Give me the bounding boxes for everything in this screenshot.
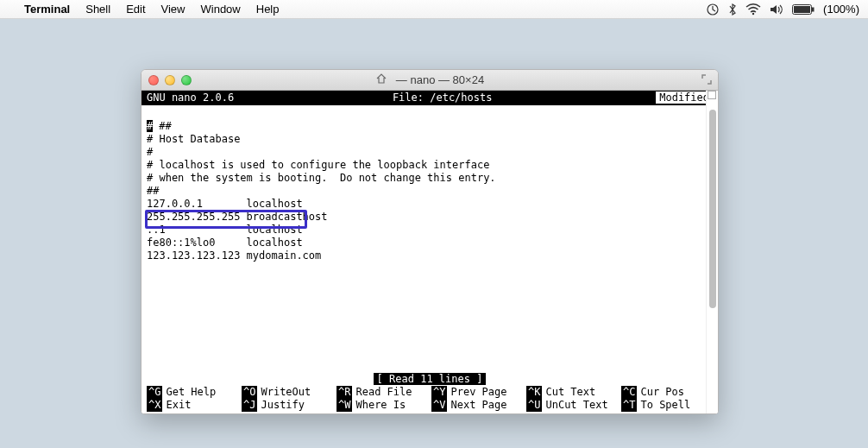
menubar-item-edit[interactable]: Edit (126, 3, 145, 16)
nano-line: 123.123.123.123 mydomain.com (147, 249, 321, 262)
nano-modified-flag: Modified (656, 91, 713, 104)
menubar-item-view[interactable]: View (161, 3, 186, 16)
bluetooth-icon[interactable] (728, 3, 737, 16)
scroll-marker-icon (708, 91, 716, 99)
nano-line: ::1 localhost (147, 224, 303, 236)
nano-line: # when the system is booting. Do not cha… (147, 172, 496, 184)
svg-point-1 (752, 12, 754, 14)
home-icon[interactable] (375, 73, 387, 87)
battery-icon[interactable] (792, 4, 815, 15)
battery-percent: (100%) (823, 3, 859, 16)
nano-help-item: ^KCut Text (526, 386, 618, 399)
zoom-button[interactable] (181, 75, 192, 85)
close-button[interactable] (148, 75, 159, 85)
cursor: # (147, 120, 153, 132)
nano-line: # Host Database (147, 133, 240, 145)
menubar-item-help[interactable]: Help (256, 3, 280, 16)
menubar: Terminal Shell Edit View Window Help (10… (0, 0, 868, 19)
nano-title-bar: GNU nano 2.0.6 File: /etc/hosts Modified (142, 91, 718, 105)
nano-body[interactable]: # ## # Host Database # # localhost is us… (142, 105, 718, 373)
nano-help-item: ^VNext Page (431, 399, 523, 412)
nano-line: # ## (147, 120, 172, 132)
nano-help-item: ^TTo Spell (621, 399, 713, 412)
nano-help-item: ^RRead File (337, 386, 428, 399)
menubar-app-name[interactable]: Terminal (24, 3, 70, 16)
timemachine-icon[interactable] (706, 3, 720, 16)
nano-help-item: ^YPrev Page (431, 386, 523, 399)
nano-help-item: ^OWriteOut (242, 386, 333, 399)
nano-status-bar: [ Read 11 lines ] (142, 373, 718, 386)
svg-rect-4 (812, 7, 815, 11)
nano-file-label: File: /etc/hosts (234, 91, 651, 104)
terminal-window: — nano — 80×24 GNU nano 2.0.6 File: /etc… (141, 69, 719, 414)
nano-line: # (147, 146, 153, 158)
window-titlebar[interactable]: — nano — 80×24 (142, 70, 718, 91)
nano-line: fe80::1%lo0 localhost (147, 237, 303, 249)
scrollbar[interactable] (706, 91, 718, 413)
scrollbar-thumb[interactable] (709, 110, 716, 308)
nano-help-item: ^GGet Help (147, 386, 238, 399)
svg-rect-3 (794, 6, 810, 13)
fullscreen-icon[interactable] (701, 73, 713, 88)
wifi-icon[interactable] (745, 3, 761, 16)
nano-help-item: ^UUnCut Text (526, 399, 618, 412)
nano-help-item: ^JJustify (242, 399, 333, 412)
nano-line: # localhost is used to configure the loo… (147, 159, 489, 171)
menubar-item-window[interactable]: Window (201, 3, 241, 16)
nano-line: 255.255.255.255 broadcasthost (147, 211, 328, 223)
minimize-button[interactable] (165, 75, 175, 85)
menubar-item-shell[interactable]: Shell (85, 3, 110, 16)
nano-help-item: ^WWhere Is (337, 399, 428, 412)
nano-help-bar: ^GGet Help ^OWriteOut ^RRead File ^YPrev… (142, 386, 718, 413)
nano-line: ## (147, 185, 159, 197)
nano-status-text: [ Read 11 lines ] (374, 373, 487, 385)
nano-line: 127.0.0.1 localhost (147, 198, 303, 210)
terminal-content[interactable]: GNU nano 2.0.6 File: /etc/hosts Modified… (142, 91, 718, 413)
volume-icon[interactable] (770, 3, 783, 16)
nano-version: GNU nano 2.0.6 (147, 91, 234, 104)
nano-help-item: ^CCur Pos (621, 386, 713, 399)
window-title: — nano — 80×24 (396, 73, 484, 86)
nano-help-item: ^XExit (147, 399, 238, 412)
